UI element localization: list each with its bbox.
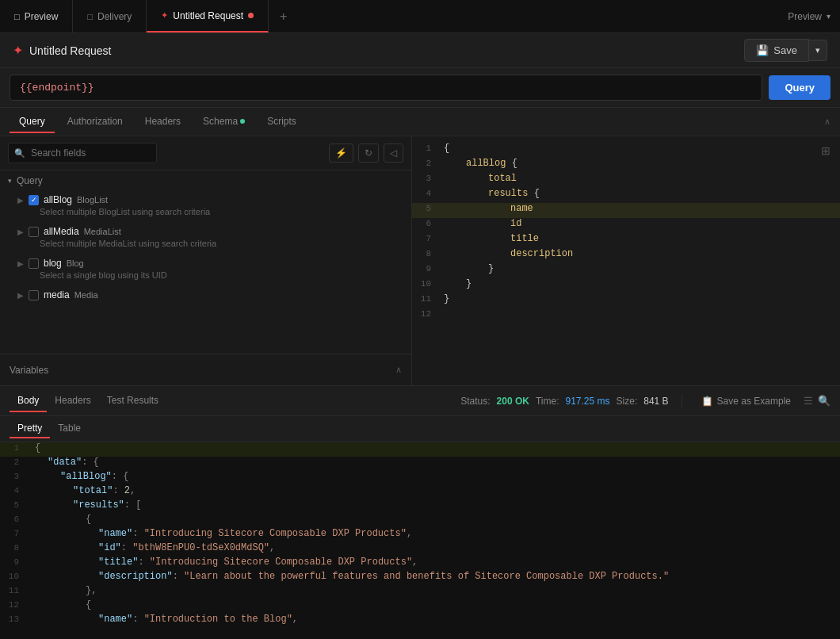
blog-expand-btn[interactable]: ▶ [17, 259, 24, 268]
tab-test-results[interactable]: Test Results [99, 390, 166, 412]
line-num-9: 9 [412, 263, 444, 274]
tab-delivery[interactable]: □ Delivery [73, 0, 147, 33]
search-resp-button[interactable]: 🔍 [818, 395, 830, 407]
resp-line-1: 1 { [0, 442, 840, 457]
search-icon: 🔍 [14, 148, 25, 159]
allblog-name: allBlog [44, 194, 72, 205]
line-content-7: title [444, 233, 840, 244]
main-content: 🔍 ⚡ ↻ ◁ ▾ Query ▶ allBlog BlogList [0, 136, 840, 385]
bottom-tabs-bar: Body Headers Test Results Status: 200 OK… [0, 386, 840, 416]
line-content-3: total [444, 173, 840, 184]
tab-request-label: Untitled Request [173, 10, 243, 21]
url-input[interactable] [10, 75, 762, 101]
variables-collapse-icon[interactable]: ∧ [395, 365, 402, 375]
save-chevron-button[interactable]: ▾ [809, 40, 827, 61]
tab-body[interactable]: Body [10, 390, 47, 412]
left-panel: 🔍 ⚡ ↻ ◁ ▾ Query ▶ allBlog BlogList [0, 136, 412, 385]
line-num-7: 7 [412, 233, 444, 243]
allmedia-expand-btn[interactable]: ▶ [17, 228, 24, 236]
save-button[interactable]: 💾 Save [744, 39, 809, 62]
blog-checkbox[interactable] [29, 258, 39, 269]
save-as-example-button[interactable]: 📋 Save as Example [695, 392, 797, 410]
allmedia-row[interactable]: ▶ allMedia MediaList [17, 226, 403, 237]
gql-line-5: 5 name [412, 203, 840, 218]
gql-line-4: 4 results { [412, 188, 840, 203]
media-expand-btn[interactable]: ▶ [17, 291, 24, 300]
list-item: ▶ allBlog BlogList Select multiple BlogL… [0, 191, 411, 223]
blog-row[interactable]: ▶ blog Blog [17, 258, 403, 269]
gql-line-2: 2 allBlog { [412, 158, 840, 173]
query-section-label: Query [17, 175, 43, 186]
list-item: ▶ blog Blog Select a single blog using i… [0, 254, 411, 286]
media-name: media [44, 289, 70, 300]
tab-preview[interactable]: □ Preview [0, 0, 73, 33]
gql-line-9: 9 } [412, 263, 840, 278]
schema-dot [240, 119, 245, 124]
allblog-row[interactable]: ▶ allBlog BlogList [17, 194, 403, 205]
preview-label-right: Preview [788, 11, 822, 22]
sub-tabs-collapse[interactable]: ∧ [824, 117, 830, 127]
tab-headers[interactable]: Headers [136, 111, 190, 133]
search-wrap: 🔍 [8, 143, 324, 163]
resp-tab-table[interactable]: Table [50, 419, 89, 438]
gql-line-12: 12 [412, 308, 840, 323]
delivery-icon: □ [87, 12, 93, 21]
bottom-section: Body Headers Test Results Status: 200 OK… [0, 385, 840, 639]
bottom-right-tools: ☰ 🔍 [804, 395, 830, 407]
tab-preview-label: Preview [25, 11, 59, 22]
variables-panel[interactable]: Variables ∧ [0, 354, 411, 385]
filter-resp-button[interactable]: ☰ [804, 395, 813, 407]
tab-add-button[interactable]: + [269, 10, 298, 24]
resp-line-13: 13 "name": "Introduction to the Blog", [0, 614, 840, 628]
request-star-icon: ✦ [161, 10, 168, 21]
line-content-2: allBlog { [444, 158, 840, 169]
gql-editor[interactable]: ⊞ 1 { 2 allBlog { 3 total 4 results { [412, 136, 840, 385]
resp-line-4: 4 "total": 2, [0, 485, 840, 499]
line-num-4: 4 [412, 188, 444, 198]
app-header: ✦ Untitled Request 💾 Save ▾ [0, 33, 840, 68]
allblog-expand-btn[interactable]: ▶ [17, 196, 24, 205]
status-code: 200 OK [497, 396, 529, 407]
response-body[interactable]: 1 { 2 "data": { 3 "allBlog": { 4 "total"… [0, 442, 840, 639]
allmedia-checkbox[interactable] [29, 227, 39, 237]
blog-type: Blog [67, 258, 84, 268]
media-row[interactable]: ▶ media Media [17, 289, 403, 300]
resp-line-2: 2 "data": { [0, 457, 840, 471]
tab-query[interactable]: Query [10, 111, 55, 133]
preview-icon: □ [14, 12, 20, 21]
resp-line-10: 10 "description": "Learn about the power… [0, 571, 840, 585]
resp-line-12: 12 { [0, 599, 840, 614]
resp-tab-pretty[interactable]: Pretty [10, 419, 50, 438]
line-num-12: 12 [412, 308, 444, 319]
tab-untitled-request[interactable]: ✦ Untitled Request [147, 0, 269, 33]
query-section[interactable]: ▾ Query [0, 170, 411, 191]
allblog-desc: Select multiple BlogList using search cr… [17, 205, 403, 221]
media-checkbox[interactable] [29, 290, 39, 300]
url-bar: Query [0, 68, 840, 108]
gql-line-1: 1 { [412, 143, 840, 158]
collapse-button[interactable]: ◁ [384, 143, 403, 163]
tab-delivery-label: Delivery [97, 11, 132, 22]
line-num-3: 3 [412, 173, 444, 183]
tab-schema[interactable]: Schema [193, 111, 254, 133]
tab-authorization[interactable]: Authorization [58, 111, 132, 133]
line-num-5: 5 [412, 203, 444, 213]
tab-headers-response[interactable]: Headers [47, 390, 98, 412]
line-content-4: results { [444, 188, 840, 199]
query-button[interactable]: Query [769, 75, 830, 100]
section-chevron-icon: ▾ [8, 177, 12, 185]
app-title: ✦ Untitled Request [13, 43, 112, 58]
search-input[interactable] [8, 143, 157, 163]
allblog-type: BlogList [77, 195, 108, 205]
tab-scripts[interactable]: Scripts [258, 111, 306, 133]
resp-line-9: 9 "title": "Introducing Sitecore Composa… [0, 557, 840, 571]
tab-bar-chevron-icon[interactable]: ▾ [827, 12, 830, 21]
gql-editor-panel: ⊞ 1 { 2 allBlog { 3 total 4 results { [412, 136, 840, 385]
save-btn-group: 💾 Save ▾ [744, 39, 827, 62]
list-item: ▶ media Media [0, 286, 411, 302]
prettify-button[interactable]: ⊞ [818, 143, 834, 159]
allblog-checkbox[interactable] [29, 195, 39, 205]
refresh-button[interactable]: ↻ [358, 143, 379, 163]
save-example-icon: 📋 [701, 396, 713, 407]
filter-button[interactable]: ⚡ [329, 143, 353, 163]
